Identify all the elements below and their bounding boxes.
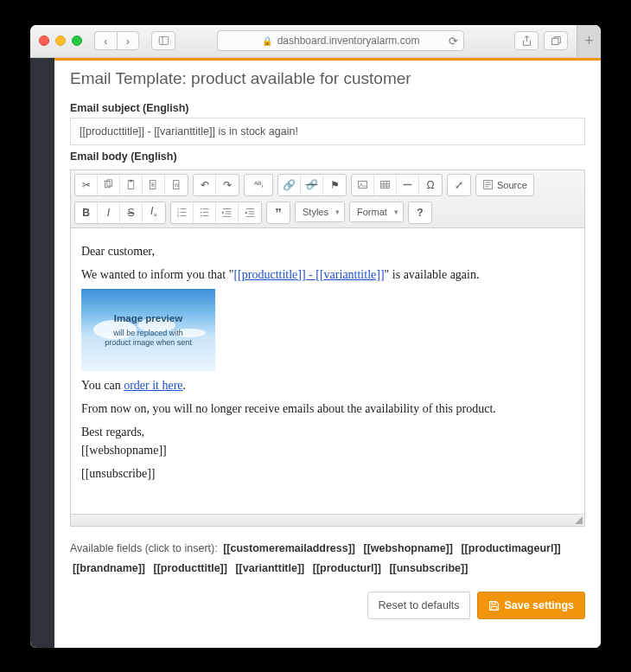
available-fields: Available fields (click to insert): [[cu… [70,539,585,580]
close-window-icon[interactable] [39,35,49,46]
image-preview-title: Image preview [114,311,182,326]
forward-button[interactable]: › [117,31,139,50]
field-tag[interactable]: [[unsubscribe]] [389,562,468,574]
removeformat-icon: I× [150,205,157,219]
paste-text-icon [148,179,159,190]
table-button[interactable] [374,175,397,195]
styles-select[interactable]: Styles [295,202,345,222]
link-icon: 🔗 [283,179,296,191]
svg-rect-2 [551,38,558,44]
bold-icon: B [82,207,90,219]
app-navstrip [30,58,54,648]
reset-button[interactable]: Reset to defaults [367,592,471,619]
maximize-window-icon[interactable] [72,35,82,46]
paste-word-button[interactable]: W [165,175,188,195]
image-preview-sub: will be replaced with product image when… [105,329,192,348]
share-button[interactable] [514,31,539,50]
removeformat-button[interactable]: I× [143,202,165,223]
noemails-line: From now on, you will no longer receive … [81,400,574,418]
reload-icon[interactable]: ⟳ [449,35,458,48]
field-tag[interactable]: [[brandname]] [73,562,145,574]
link-button[interactable]: 🔗 [278,175,301,195]
unlink-button[interactable]: 🔗 [301,175,323,195]
minimize-window-icon[interactable] [55,35,66,46]
help-button[interactable]: ? [409,202,431,223]
bold-button[interactable]: B [75,202,98,223]
paste-word-icon: W [171,179,182,190]
specialchar-button[interactable]: Ω [419,175,442,195]
paste-text-button[interactable] [143,175,165,195]
copy-icon [103,179,114,190]
image-icon [357,179,368,190]
numlist-button[interactable]: 123 [171,202,194,223]
outdent-icon [221,207,233,218]
product-token-link[interactable]: [[producttitle]] - [[varianttitle]] [233,268,384,281]
back-button[interactable]: ‹ [94,31,117,50]
omega-icon: Ω [427,179,435,191]
indent-icon [245,207,256,218]
svg-text:W: W [174,182,179,188]
spellcheck-icon: ᴬᴮꜟ [254,180,264,189]
order-link[interactable]: order it here [124,379,182,392]
field-tag[interactable]: [[producttitle]] [154,562,227,574]
bullist-icon [199,207,210,218]
image-button[interactable] [352,175,374,195]
sidebar-toggle-button[interactable] [151,31,175,50]
editor-toolbar: ✂ W ↶ ↷ ᴬᴮꜟ 🔗 🔗 [71,170,584,228]
browser-window: ‹ › 🔒 dashboard.inventoryalarm.com ⟳ + E… [30,25,601,648]
editor-body[interactable]: Dear customer, We wanted to inform you t… [71,228,584,514]
field-tag[interactable]: [[producturl]] [313,562,381,574]
svg-point-18 [201,208,202,210]
source-icon [482,179,494,190]
redo-icon: ↷ [223,179,232,191]
svg-rect-6 [130,180,132,182]
editor-resize-handle[interactable] [71,514,584,526]
anchor-button[interactable]: ⚑ [323,175,346,195]
page-content: Email Template: product available for cu… [54,58,601,648]
browser-body: Email Template: product available for cu… [30,58,601,648]
hr-icon [402,179,413,190]
bullist-button[interactable] [194,202,216,223]
url-text: dashboard.inventoryalarm.com [277,35,420,47]
indent-button[interactable] [239,202,261,223]
new-tab-button[interactable]: + [577,25,601,58]
cut-button[interactable]: ✂ [75,175,98,195]
field-tag[interactable]: [[varianttitle]] [235,562,304,574]
subject-input[interactable] [70,118,585,145]
field-tag[interactable]: [[customeremailaddress]] [223,542,355,554]
richtext-editor: ✂ W ↶ ↷ ᴬᴮꜟ 🔗 🔗 [70,170,585,527]
flag-icon: ⚑ [330,179,340,191]
help-icon: ? [417,207,423,219]
save-icon [488,600,500,611]
cut-icon: ✂ [82,179,91,191]
italic-button[interactable]: I [98,202,120,223]
table-icon [379,179,391,190]
page-title: Email Template: product available for cu… [70,69,585,88]
browser-titlebar: ‹ › 🔒 dashboard.inventoryalarm.com ⟳ + [30,25,601,58]
unlink-icon: 🔗 [306,179,318,190]
paste-button[interactable] [120,175,143,195]
svg-text:3: 3 [177,214,180,218]
blockquote-button[interactable]: ” [267,202,290,223]
spellcheck-button[interactable]: ᴬᴮꜟ [245,175,272,195]
greeting-text: Dear customer, [81,242,574,260]
field-tag[interactable]: [[webshopname]] [363,542,452,554]
maximize-button[interactable]: ⤢ [448,175,470,195]
outdent-button[interactable] [216,202,239,223]
url-bar[interactable]: 🔒 dashboard.inventoryalarm.com ⟳ [217,30,464,51]
nav-buttons: ‹ › [94,31,139,50]
toolbar-right [514,31,568,50]
copy-button[interactable] [98,175,120,195]
undo-button[interactable]: ↶ [194,175,216,195]
format-select[interactable]: Format [349,202,404,222]
source-button[interactable]: Source [476,175,533,195]
order-line: You can order it here. [81,376,574,394]
strike-button[interactable]: S [120,202,143,223]
action-bar: Reset to defaults Save settings [70,592,585,619]
strike-icon: S [127,207,134,219]
tabs-button[interactable] [544,31,568,50]
save-button[interactable]: Save settings [477,592,585,619]
redo-button[interactable]: ↷ [216,175,239,195]
field-tag[interactable]: [[productimageurl]] [461,542,560,554]
hr-button[interactable] [397,175,419,195]
